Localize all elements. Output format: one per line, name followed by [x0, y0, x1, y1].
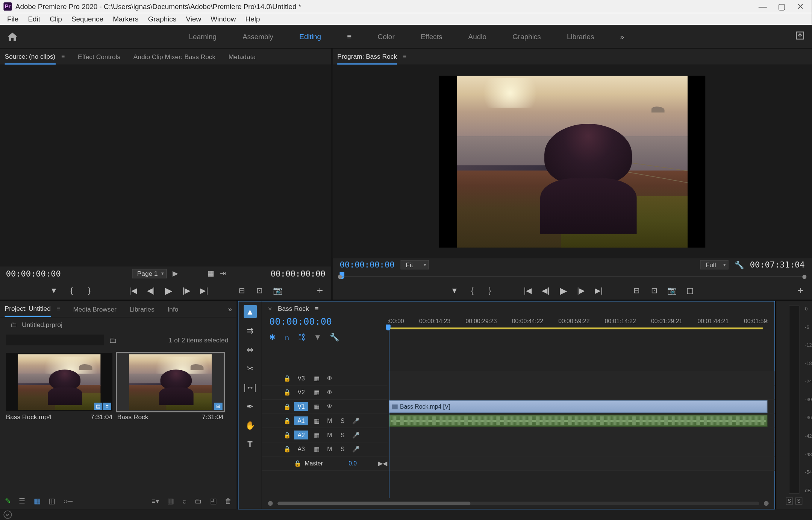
- prog-mark-out-icon[interactable]: }: [485, 286, 495, 295]
- track-body[interactable]: Bass Rock.mp4 [V]: [388, 344, 774, 498]
- solo-icon[interactable]: S: [338, 432, 347, 438]
- menu-sequence[interactable]: Sequence: [67, 15, 108, 23]
- quick-export-button[interactable]: [788, 31, 812, 42]
- track-header-v3[interactable]: 🔒V3▦👁: [262, 371, 388, 386]
- source-page-dropdown[interactable]: Page 1: [132, 269, 167, 278]
- track-lane-a2[interactable]: [388, 428, 774, 442]
- mute-icon[interactable]: M: [325, 418, 334, 424]
- sync-lock-icon[interactable]: ▦: [312, 418, 321, 424]
- program-tab-menu-icon[interactable]: ≡: [403, 53, 406, 60]
- workspace-editing[interactable]: Editing: [299, 32, 321, 41]
- play-edit-icon[interactable]: ▶◀: [378, 460, 388, 467]
- timeline-ruler[interactable]: :00:00 00:00:14:23 00:00:29:23 00:00:44:…: [388, 316, 774, 344]
- prog-go-to-in-icon[interactable]: |◀: [523, 286, 532, 295]
- workspace-assembly[interactable]: Assembly: [242, 32, 273, 41]
- list-view-icon[interactable]: ☰: [19, 497, 25, 505]
- button-editor-icon[interactable]: +: [317, 284, 323, 296]
- settings-wrench-icon[interactable]: 🔧: [735, 260, 744, 269]
- solo-icon[interactable]: S: [338, 446, 347, 452]
- prog-lift-icon[interactable]: ⊟: [632, 286, 641, 295]
- prog-step-forward-icon[interactable]: |▶: [576, 286, 586, 295]
- delete-icon[interactable]: 🗑: [225, 497, 232, 505]
- pen-tool-icon[interactable]: ✒: [244, 400, 257, 413]
- program-timecode-right[interactable]: 00:07:31:04: [750, 260, 805, 270]
- prog-go-to-out-icon[interactable]: ▶|: [594, 286, 603, 295]
- track-header-v2[interactable]: 🔒V2▦👁: [262, 386, 388, 400]
- workspace-audio[interactable]: Audio: [468, 32, 486, 41]
- menu-markers[interactable]: Markers: [108, 15, 143, 23]
- effect-controls-tab[interactable]: Effect Controls: [78, 49, 120, 64]
- project-tab-menu-icon[interactable]: ≡: [57, 306, 60, 312]
- play-icon[interactable]: ▶: [164, 284, 173, 296]
- snap-nest-icon[interactable]: ✱: [269, 333, 276, 342]
- source-tab-menu-icon[interactable]: ≡: [61, 53, 65, 60]
- new-bin-footer-icon[interactable]: 🗀: [195, 497, 202, 505]
- icon-view-icon[interactable]: ▦: [34, 497, 40, 505]
- track-header-v1[interactable]: 🔒V1▦👁: [262, 400, 388, 414]
- mute-icon[interactable]: M: [325, 432, 334, 438]
- source-timecode-right[interactable]: 00:00:00:00: [271, 269, 326, 278]
- maximize-button[interactable]: ▢: [777, 2, 786, 11]
- automate-icon[interactable]: ▥: [167, 497, 174, 505]
- linked-selection-icon[interactable]: ⛓: [298, 333, 305, 342]
- prog-export-frame-icon[interactable]: 📷: [667, 286, 677, 295]
- project-tabs-overflow-icon[interactable]: »: [228, 305, 232, 313]
- insert-icon[interactable]: ⊟: [237, 286, 247, 295]
- sync-lock-icon[interactable]: ▦: [312, 375, 321, 381]
- program-viewport[interactable]: [333, 65, 812, 258]
- close-button[interactable]: ✕: [797, 2, 805, 11]
- video-clip[interactable]: Bass Rock.mp4 [V]: [389, 400, 767, 413]
- lock-icon[interactable]: 🔒: [283, 418, 291, 424]
- timeline-timecode[interactable]: 00:00:00:00: [269, 316, 388, 327]
- prog-button-editor-icon[interactable]: +: [797, 284, 804, 297]
- prog-add-marker-icon[interactable]: ▼: [450, 286, 459, 295]
- track-lane-v2[interactable]: [388, 386, 774, 400]
- bin-item-sequence[interactable]: ⊞ Bass Rock7:31:04: [117, 353, 224, 420]
- hand-tool-icon[interactable]: ✋: [244, 419, 257, 432]
- menu-help[interactable]: Help: [241, 15, 265, 23]
- program-timecode-left[interactable]: 00:00:00:00: [339, 260, 394, 270]
- project-tab[interactable]: Project: Untitled: [5, 301, 51, 316]
- menu-graphics[interactable]: Graphics: [143, 15, 181, 23]
- new-item-icon[interactable]: ◰: [210, 497, 217, 505]
- source-ripple-icon[interactable]: ⇥: [220, 269, 226, 278]
- type-tool-icon[interactable]: T: [244, 438, 257, 451]
- source-timecode-left[interactable]: 00:00:00:00: [6, 269, 61, 278]
- mark-in-icon[interactable]: {: [67, 286, 76, 295]
- menu-file[interactable]: File: [2, 15, 23, 23]
- step-back-icon[interactable]: ◀|: [146, 286, 156, 295]
- track-header-a1[interactable]: 🔒A1▦MS🎤: [262, 414, 388, 428]
- prog-comparison-icon[interactable]: ◫: [685, 286, 695, 295]
- timeline-tab-menu-icon[interactable]: ≡: [315, 305, 318, 312]
- minimize-button[interactable]: —: [759, 2, 767, 11]
- zoom-slider-icon[interactable]: ○─: [63, 497, 73, 505]
- sync-lock-icon[interactable]: ▦: [312, 389, 321, 395]
- solo-left-button[interactable]: S: [786, 497, 793, 505]
- audio-clip-mixer-tab[interactable]: Audio Clip Mixer: Bass Rock: [133, 49, 215, 64]
- add-marker-tl-icon[interactable]: ▼: [314, 333, 321, 342]
- voiceover-icon[interactable]: 🎤: [351, 446, 360, 452]
- find-icon[interactable]: ⌕: [182, 497, 186, 505]
- track-lane-a3[interactable]: [388, 442, 774, 457]
- menu-edit[interactable]: Edit: [23, 15, 45, 23]
- timeline-playhead-icon[interactable]: [386, 325, 391, 331]
- libraries-tab[interactable]: Libraries: [129, 302, 154, 316]
- sort-icon[interactable]: ≡▾: [151, 497, 159, 505]
- go-to-in-icon[interactable]: |◀: [129, 286, 138, 295]
- program-quality-dropdown[interactable]: Full: [700, 260, 729, 270]
- source-play-small-icon[interactable]: ▶: [173, 269, 178, 278]
- eye-icon[interactable]: 👁: [325, 375, 334, 381]
- menu-clip[interactable]: Clip: [45, 15, 67, 23]
- slip-tool-icon[interactable]: |↔|: [244, 381, 257, 394]
- program-tab[interactable]: Program: Bass Rock: [337, 49, 397, 64]
- workspace-graphics[interactable]: Graphics: [512, 32, 541, 41]
- voiceover-icon[interactable]: 🎤: [351, 418, 360, 424]
- track-header-a2[interactable]: 🔒A2▦MS🎤: [262, 428, 388, 442]
- new-bin-icon[interactable]: 🗀: [109, 336, 117, 345]
- sync-lock-icon[interactable]: ▦: [312, 432, 321, 438]
- project-bin-grid[interactable]: ▤≡ Bass Rock.mp47:31:04 ⊞ Bass Rock7:31:…: [0, 348, 237, 493]
- razor-tool-icon[interactable]: ✂: [244, 362, 257, 375]
- mark-out-icon[interactable]: }: [85, 286, 94, 295]
- snap-magnet-icon[interactable]: ∩: [284, 333, 290, 342]
- bin-item-clip[interactable]: ▤≡ Bass Rock.mp47:31:04: [6, 353, 112, 420]
